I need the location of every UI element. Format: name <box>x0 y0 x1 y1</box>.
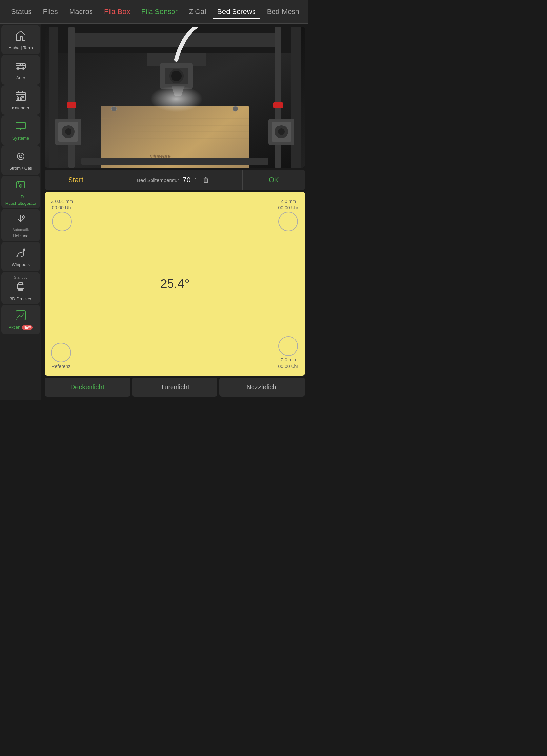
svg-rect-66 <box>81 158 268 165</box>
sidebar-label-strom: Strom / Gas <box>9 166 32 171</box>
svg-line-24 <box>21 219 23 222</box>
screw-button-bottom-left[interactable] <box>51 343 71 362</box>
deckenlicht-button[interactable]: Deckenlicht <box>45 378 130 397</box>
auto-icon <box>15 60 27 74</box>
whippets-icon <box>15 247 27 261</box>
screw-br-z: Z 0 mm <box>281 357 296 362</box>
aktien-badge: NEW <box>22 325 32 330</box>
screw-corner-top-left: Z 0.01 mm 00:00 Uhr <box>51 199 73 231</box>
nav-filabox[interactable]: Fila Box <box>99 5 134 19</box>
nav-status[interactable]: Status <box>7 5 36 19</box>
bottom-buttons: Deckenlicht Türenlicht Nozzlelicht <box>45 378 305 397</box>
content-area: miniware <box>41 24 308 400</box>
camera-placeholder: miniware <box>45 27 305 168</box>
svg-point-21 <box>20 186 21 187</box>
svg-rect-40 <box>68 27 75 168</box>
svg-rect-34 <box>16 311 25 320</box>
strom-icon <box>15 150 27 165</box>
svg-rect-12 <box>16 122 25 129</box>
screw-corner-bottom-right: Z 0 mm 00:00 Uhr <box>279 336 299 369</box>
svg-rect-36 <box>49 27 58 168</box>
temp-label: Bed Solltemperatur <box>137 177 179 183</box>
svg-rect-50 <box>67 102 76 108</box>
haushalts-icon <box>15 179 27 193</box>
bed-screws-panel: Z 0.01 mm 00:00 Uhr Z 0 mm 00:00 Uhr 25.… <box>45 192 305 376</box>
heizung-icon <box>15 212 27 226</box>
sidebar-sublabel-heizung: Automatik <box>13 228 29 232</box>
home-icon <box>15 30 27 44</box>
screw-corner-bottom-left: Referenz <box>51 343 71 369</box>
top-navigation: Status Files Macros Fila Box Fila Sensor… <box>0 0 308 24</box>
svg-rect-41 <box>275 27 282 168</box>
aktien-icon <box>15 309 27 323</box>
nav-bedscrews[interactable]: Bed Screws <box>212 5 260 19</box>
bed-center-temp: 25.4° <box>160 277 189 291</box>
screw-corner-top-right: Z 0 mm 00:00 Uhr <box>279 199 299 231</box>
screw-button-bottom-right[interactable] <box>279 336 298 356</box>
nozzlelicht-button[interactable]: Nozzlelicht <box>219 378 305 397</box>
svg-point-19 <box>18 182 19 184</box>
nav-macros[interactable]: Macros <box>65 5 97 19</box>
ok-button[interactable]: OK <box>243 170 305 190</box>
svg-rect-8 <box>20 96 21 97</box>
sidebar-item-auto[interactable]: Auto <box>1 55 40 85</box>
start-button[interactable]: Start <box>45 170 107 190</box>
sidebar-item-haushalts[interactable]: HD Haushaltsgeräte <box>1 176 40 208</box>
calendar-icon <box>15 90 27 104</box>
screw-tl-z: Z 0.01 mm <box>51 199 73 204</box>
sidebar-item-drucker[interactable]: Standby 3D Drucker <box>1 272 40 304</box>
svg-point-68 <box>233 106 238 111</box>
sidebar-label-auto: Auto <box>16 75 25 81</box>
svg-point-15 <box>17 153 24 160</box>
svg-point-64 <box>171 71 182 81</box>
svg-rect-11 <box>20 98 21 100</box>
sidebar-label-haushalts: Haushaltsgeräte <box>5 201 36 206</box>
nav-filasensor[interactable]: Fila Sensor <box>136 5 182 19</box>
screw-br-time: 00:00 Uhr <box>279 364 299 369</box>
temp-control: Bed Solltemperatur 70 ° 🗑 <box>107 170 243 190</box>
sidebar-item-home[interactable]: Micha | Tanja <box>1 25 40 54</box>
sidebar: Micha | Tanja Auto Kalender Systeme <box>0 24 41 400</box>
sidebar-item-kalender[interactable]: Kalender <box>1 85 40 115</box>
svg-rect-9 <box>22 96 24 97</box>
sidebar-label-whippets: Whippets <box>12 262 29 267</box>
screw-tr-time: 00:00 Uhr <box>279 205 299 210</box>
screw-tr-z: Z 0 mm <box>281 199 296 204</box>
sidebar-item-systeme[interactable]: Systeme <box>1 115 40 145</box>
nav-files[interactable]: Files <box>38 5 62 19</box>
temp-value[interactable]: 70 <box>182 176 190 184</box>
svg-rect-10 <box>18 98 19 100</box>
sidebar-label-aktien: Aktien <box>9 325 20 330</box>
screw-button-top-right[interactable] <box>279 212 298 231</box>
screw-tl-time: 00:00 Uhr <box>52 205 72 210</box>
svg-rect-39 <box>68 33 282 47</box>
sidebar-label-systeme: Systeme <box>12 136 29 141</box>
svg-line-23 <box>18 219 21 222</box>
sidebar-label-heizung: Heizung <box>13 233 29 239</box>
screw-bl-label: Referenz <box>52 364 70 369</box>
svg-rect-51 <box>273 102 283 108</box>
svg-rect-7 <box>18 96 19 97</box>
temp-unit: ° <box>194 177 196 184</box>
svg-point-65 <box>150 86 203 112</box>
camera-view: miniware <box>45 27 305 168</box>
svg-rect-37 <box>291 27 301 168</box>
sidebar-item-aktien[interactable]: Aktien NEW <box>1 305 40 334</box>
svg-point-16 <box>19 155 22 158</box>
nav-bedmesh[interactable]: Bed Mesh <box>262 5 304 19</box>
sidebar-label-kalender: Kalender <box>12 106 29 111</box>
sidebar-sublabel-haushalts: HD <box>18 194 24 200</box>
svg-point-25 <box>22 216 24 218</box>
delete-temp-button[interactable]: 🗑 <box>199 176 212 184</box>
controls-bar: Start Bed Solltemperatur 70 ° 🗑 OK <box>45 170 305 190</box>
tuerlicht-button[interactable]: Türenlicht <box>132 378 218 397</box>
nav-zcal[interactable]: Z Cal <box>184 5 211 19</box>
screw-button-top-left[interactable] <box>52 212 72 231</box>
main-layout: Micha | Tanja Auto Kalender Systeme <box>0 24 308 400</box>
sidebar-item-whippets[interactable]: Whippets <box>1 242 40 271</box>
sidebar-item-strom[interactable]: Strom / Gas <box>1 145 40 175</box>
systeme-icon <box>15 120 27 134</box>
svg-point-49 <box>278 128 285 135</box>
svg-point-45 <box>65 128 71 135</box>
sidebar-item-heizung[interactable]: Automatik Heizung <box>1 209 40 241</box>
